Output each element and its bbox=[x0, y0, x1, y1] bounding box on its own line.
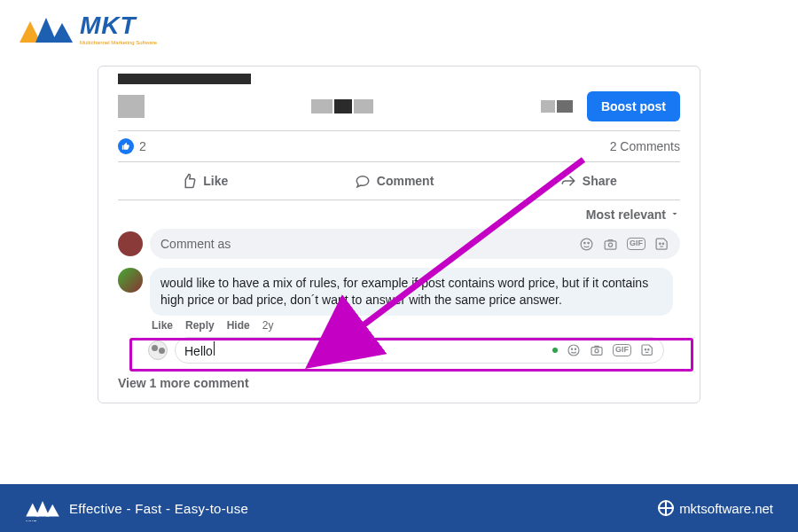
svg-point-13 bbox=[648, 348, 649, 349]
comment-icon bbox=[355, 173, 371, 189]
like-button[interactable]: Like bbox=[172, 168, 237, 194]
camera-icon[interactable] bbox=[590, 343, 604, 357]
comment-body: would like to have a mix of rules, for e… bbox=[150, 268, 673, 316]
comment-button[interactable]: Comment bbox=[346, 168, 443, 194]
svg-point-7 bbox=[568, 345, 579, 356]
comment-input[interactable]: Comment as GIF bbox=[150, 229, 680, 259]
svg-text:MKT: MKT bbox=[26, 520, 36, 521]
svg-point-0 bbox=[581, 239, 592, 250]
brand-mark-icon bbox=[18, 12, 74, 46]
reply-input[interactable]: Hello GIF bbox=[175, 337, 664, 364]
share-icon bbox=[560, 173, 576, 189]
svg-rect-3 bbox=[605, 240, 616, 248]
reactions-summary: 2 2 Comments bbox=[98, 131, 700, 161]
emoji-icon[interactable] bbox=[579, 237, 594, 252]
footer-site: mktsoftware.net bbox=[679, 501, 773, 516]
comment-hide-link[interactable]: Hide bbox=[227, 319, 250, 332]
redacted-block bbox=[118, 74, 251, 84]
share-button[interactable]: Share bbox=[552, 168, 626, 194]
redacted-block bbox=[118, 95, 145, 118]
svg-rect-10 bbox=[591, 347, 602, 355]
svg-point-12 bbox=[645, 348, 645, 349]
like-label: Like bbox=[203, 174, 228, 188]
comment-timestamp: 2y bbox=[262, 319, 274, 332]
share-label: Share bbox=[583, 174, 617, 188]
svg-point-4 bbox=[608, 243, 612, 246]
sticker-icon[interactable] bbox=[640, 343, 654, 357]
like-count[interactable]: 2 bbox=[139, 139, 146, 153]
comment-placeholder: Comment as bbox=[160, 237, 231, 251]
svg-point-2 bbox=[588, 242, 589, 243]
view-more-comments-link[interactable]: View 1 more comment bbox=[98, 369, 700, 403]
reply-value: Hello bbox=[184, 341, 215, 358]
page-footer: MKT Effective - Fast - Easy-to-use mktso… bbox=[0, 484, 798, 532]
emoji-icon[interactable] bbox=[567, 343, 581, 357]
globe-icon bbox=[658, 500, 674, 516]
redacted-block bbox=[541, 100, 573, 113]
svg-point-5 bbox=[660, 243, 661, 244]
avatar bbox=[118, 268, 143, 293]
redacted-block bbox=[311, 99, 373, 113]
brand-logo: MKT Multichannel Marketing Software bbox=[18, 12, 157, 46]
avatar bbox=[148, 340, 168, 360]
comment-label: Comment bbox=[377, 174, 434, 188]
svg-point-9 bbox=[575, 348, 575, 349]
status-indicator-icon bbox=[552, 348, 558, 353]
boost-post-button[interactable]: Boost post bbox=[587, 91, 680, 121]
post-card: Boost post 2 2 Comments Like Comment Sha… bbox=[98, 66, 700, 403]
comment-sort-dropdown[interactable]: Most relevant bbox=[98, 200, 700, 225]
reply-composer: Hello GIF bbox=[98, 332, 700, 369]
comment-item: would like to have a mix of rules, for e… bbox=[98, 262, 700, 316]
gif-icon[interactable]: GIF bbox=[627, 238, 645, 250]
like-reaction-icon bbox=[118, 138, 134, 154]
svg-point-1 bbox=[584, 242, 585, 243]
comments-count[interactable]: 2 Comments bbox=[610, 139, 680, 153]
post-actions: Like Comment Share bbox=[98, 162, 700, 200]
brand-name: MKT bbox=[80, 13, 157, 38]
post-meta-row: Boost post bbox=[98, 88, 700, 130]
comment-reply-link[interactable]: Reply bbox=[185, 319, 215, 332]
comment-composer: Comment as GIF bbox=[98, 225, 700, 262]
sticker-icon[interactable] bbox=[654, 237, 669, 252]
svg-point-11 bbox=[595, 348, 598, 352]
footer-logo-icon: MKT bbox=[25, 495, 60, 521]
chevron-down-icon bbox=[669, 207, 680, 222]
sort-label: Most relevant bbox=[586, 207, 666, 222]
comment-like-link[interactable]: Like bbox=[152, 319, 173, 332]
gif-icon[interactable]: GIF bbox=[613, 344, 631, 356]
svg-point-6 bbox=[662, 243, 663, 244]
comment-actions: Like Reply Hide 2y bbox=[98, 316, 700, 332]
thumb-up-icon bbox=[181, 173, 197, 189]
footer-slogan: Effective - Fast - Easy-to-use bbox=[69, 501, 248, 516]
svg-point-8 bbox=[571, 348, 572, 349]
avatar bbox=[118, 231, 143, 256]
footer-site-link[interactable]: mktsoftware.net bbox=[658, 500, 773, 516]
brand-tagline: Multichannel Marketing Software bbox=[80, 40, 157, 45]
camera-icon[interactable] bbox=[603, 237, 618, 252]
